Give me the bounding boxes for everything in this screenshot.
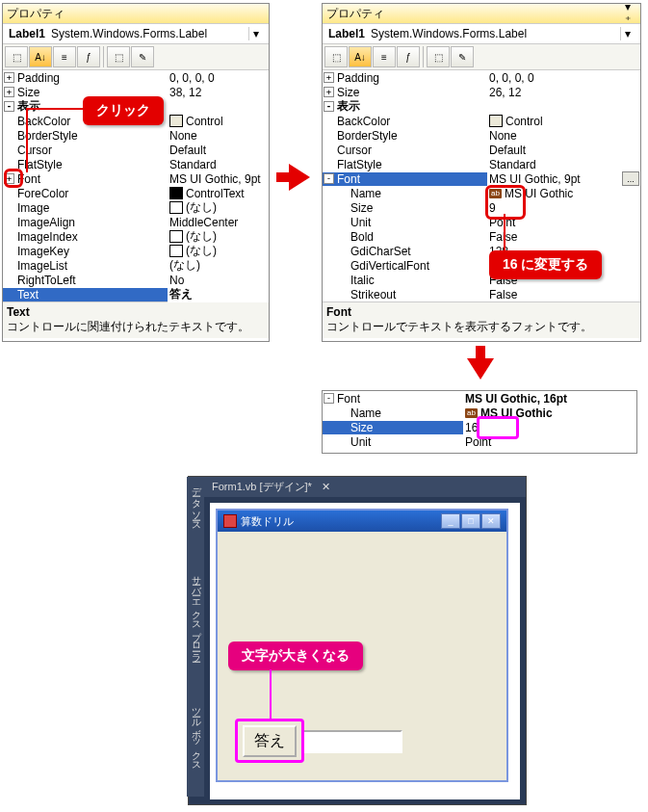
toolbar-button[interactable]: ⬚ <box>5 46 28 67</box>
property-row[interactable]: -FontMS UI Gothic, 9pt... <box>323 171 640 186</box>
property-row[interactable]: NameabMS UI Gothic <box>323 186 640 200</box>
close-icon[interactable]: ✕ <box>322 481 330 493</box>
property-row[interactable]: BoldFalse <box>323 229 640 244</box>
toolbar-button[interactable]: ✎ <box>451 46 474 67</box>
property-name: RightToLeft <box>4 274 76 287</box>
vtab-toolbox[interactable]: ツールボックス <box>187 697 204 797</box>
highlight-answer-label <box>235 719 304 763</box>
toolbar-button[interactable]: ≡ <box>53 46 76 67</box>
property-row[interactable]: ImageKey(なし) <box>3 244 269 258</box>
property-value: 答え <box>169 286 193 302</box>
object-name: Label1 <box>328 27 365 40</box>
property-row[interactable]: ForeColorControlText <box>3 186 269 200</box>
toolbar-button[interactable]: ≡ <box>373 46 396 67</box>
property-row[interactable]: RightToLeftNo <box>3 273 269 287</box>
property-value: MS UI Gothic, 16pt <box>465 392 567 406</box>
connector <box>504 214 505 250</box>
property-name: Unit <box>324 216 371 229</box>
toolbar-button[interactable]: A↓ <box>349 46 372 67</box>
property-value: 0, 0, 0, 0 <box>169 71 215 85</box>
property-name: Font <box>337 392 360 406</box>
property-row[interactable]: ImageList(なし) <box>3 258 269 273</box>
property-row[interactable]: Text答え <box>3 287 269 301</box>
vtab-datasource[interactable]: データ ソース <box>187 477 204 571</box>
help-text: コントロールに関連付けられたテキストです。 <box>7 320 249 333</box>
object-combo[interactable]: Label1System.Windows.Forms.Label▾ <box>323 24 640 44</box>
property-value: No <box>169 274 184 287</box>
property-value: Control <box>505 115 543 128</box>
property-row[interactable]: +FontMS UI Gothic, 9pt <box>3 171 269 186</box>
help-title: Font <box>326 305 636 319</box>
toolbar: ⬚A↓≡ƒ⬚✎ <box>3 44 269 70</box>
toolbar-button[interactable]: A↓ <box>29 46 52 67</box>
panel-titlebar: プロパティ▾ ⁺ <box>323 4 640 24</box>
property-row[interactable]: FlatStyleStandard <box>323 157 640 171</box>
document-tab[interactable]: Form1.vb [デザイン]*✕ <box>204 477 526 497</box>
property-value: MiddleCenter <box>169 216 238 229</box>
property-name: GdiCharSet <box>324 245 411 258</box>
property-row[interactable]: CursorDefault <box>323 143 640 157</box>
ellipsis-button[interactable]: ... <box>622 171 639 186</box>
property-row[interactable]: UnitPoint <box>323 215 640 229</box>
toolbar-button[interactable]: ƒ <box>397 46 420 67</box>
toolbar-button[interactable]: ⬚ <box>324 46 348 67</box>
window-buttons: _ □ ✕ <box>441 513 501 529</box>
property-row[interactable]: ImageAlignMiddleCenter <box>3 215 269 229</box>
toolbar-button[interactable]: ✎ <box>131 46 154 67</box>
property-row[interactable]: +Padding0, 0, 0, 0 <box>3 70 269 85</box>
toolbar: ⬚A↓≡ƒ⬚✎ <box>323 44 640 70</box>
property-name: FlatStyle <box>324 158 382 171</box>
minimize-icon[interactable]: _ <box>441 513 460 529</box>
help-pane: Fontコントロールでテキストを表示するフォントです。 <box>323 301 640 338</box>
property-row[interactable]: +Padding0, 0, 0, 0 <box>323 70 640 85</box>
property-row[interactable]: BackColorControl <box>323 114 640 128</box>
property-row[interactable]: BorderStyleNone <box>323 128 640 143</box>
property-value: None <box>169 129 197 143</box>
property-row[interactable]: FlatStyleStandard <box>3 157 269 171</box>
property-name: Unit <box>324 435 371 449</box>
highlight-expand-font <box>4 169 23 188</box>
callout-click: クリック <box>83 96 164 125</box>
toolbar-button[interactable]: ⬚ <box>427 46 450 67</box>
property-name: Name <box>324 187 381 200</box>
maximize-icon[interactable]: □ <box>461 513 480 529</box>
object-type: System.Windows.Forms.Label <box>51 27 207 40</box>
object-combo[interactable]: Label1System.Windows.Forms.Label▾ <box>3 24 269 44</box>
vtab-serverexplorer[interactable]: サーバー エクスプローラー <box>187 565 204 703</box>
property-name: Cursor <box>4 144 52 157</box>
property-row[interactable]: Image(なし) <box>3 200 269 215</box>
property-row[interactable]: StrikeoutFalse <box>323 287 640 301</box>
property-value: False <box>489 288 517 301</box>
callout-change16: 16 に変更する <box>489 250 602 279</box>
property-row[interactable]: Size9 <box>323 200 640 215</box>
property-row[interactable]: ImageIndex(なし) <box>3 229 269 244</box>
dropdown-icon[interactable]: ▾ <box>620 27 635 40</box>
property-row[interactable]: +Size26, 12 <box>323 85 640 99</box>
property-row[interactable]: -FontMS UI Gothic, 16pt <box>323 391 636 406</box>
connector <box>270 669 272 719</box>
properties-panel-right: プロパティ▾ ⁺ Label1System.Windows.Forms.Labe… <box>322 3 641 342</box>
property-row[interactable]: BorderStyleNone <box>3 128 269 143</box>
close-icon[interactable]: ✕ <box>481 513 501 529</box>
panel-title: プロパティ <box>7 6 65 22</box>
connector <box>26 108 28 172</box>
property-name: 表示 <box>337 98 360 115</box>
property-name: ImageKey <box>4 245 69 258</box>
pin-icon[interactable]: ▾ ⁺ <box>625 8 636 19</box>
property-value: Default <box>169 144 206 157</box>
answer-textbox[interactable] <box>302 730 402 753</box>
toolbar-button[interactable]: ⬚ <box>107 46 130 67</box>
property-name: BorderStyle <box>324 129 398 143</box>
property-value: Standard <box>489 158 536 171</box>
property-name: Font <box>337 172 360 186</box>
toolbar-button[interactable]: ƒ <box>77 46 100 67</box>
form-title: 算数ドリル <box>241 514 294 529</box>
property-value: (なし) <box>186 199 217 216</box>
property-row[interactable]: -表示 <box>323 99 640 114</box>
form-titlebar: 算数ドリル _ □ ✕ <box>218 511 506 532</box>
connector <box>28 108 83 110</box>
property-row[interactable]: CursorDefault <box>3 143 269 157</box>
arrow-right-icon <box>289 164 310 191</box>
dropdown-icon[interactable]: ▾ <box>248 27 263 40</box>
property-value: Default <box>489 144 526 157</box>
